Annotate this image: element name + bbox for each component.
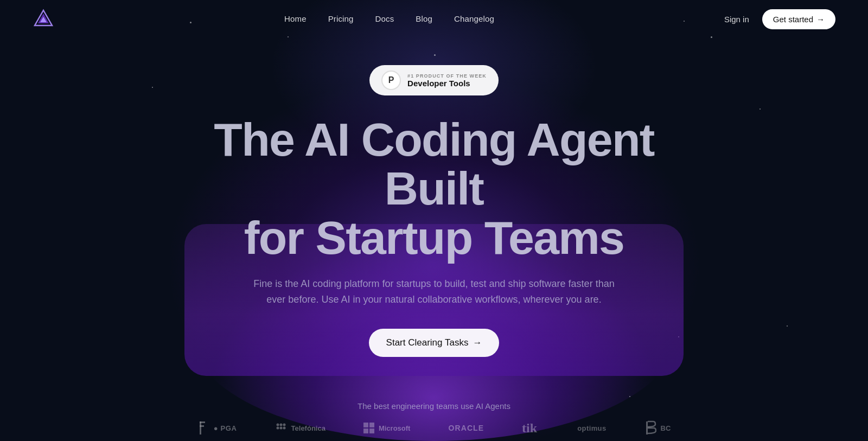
svg-rect-17 — [646, 421, 648, 434]
svg-rect-4 — [200, 421, 205, 423]
badge-eyebrow: #1 PRODUCT OF THE WEEK — [407, 73, 487, 79]
hero-title: The AI Coding Agent Built for Startup Te… — [190, 115, 678, 262]
nav-blog[interactable]: Blog — [416, 14, 432, 23]
logo[interactable] — [33, 8, 54, 30]
cta-label: Start Clearing Tasks — [386, 337, 469, 348]
product-hunt-badge[interactable]: P #1 PRODUCT OF THE WEEK Developer Tools — [369, 65, 499, 95]
svg-rect-14 — [363, 429, 368, 433]
svg-point-6 — [276, 424, 279, 426]
bottom-section: The best engineering teams use AI Agents… — [0, 401, 868, 441]
navbar: Home Pricing Docs Blog Changelog Sign in… — [0, 0, 868, 38]
svg-rect-15 — [369, 429, 374, 433]
logo-optimus: optimus — [577, 424, 606, 432]
logo-telefonica: Telefónica — [275, 422, 326, 434]
svg-rect-12 — [363, 423, 368, 427]
logo-microsoft: Microsoft — [363, 423, 411, 433]
svg-point-7 — [279, 424, 282, 426]
badge-title: Developer Tools — [407, 79, 470, 88]
hero-section: P #1 PRODUCT OF THE WEEK Developer Tools… — [0, 38, 868, 357]
badge-text: #1 PRODUCT OF THE WEEK Developer Tools — [407, 73, 487, 88]
get-started-button[interactable]: Get started → — [762, 9, 835, 29]
logo-bc: BC — [644, 420, 671, 436]
bottom-tagline: The best engineering teams use AI Agents — [0, 401, 868, 411]
svg-rect-13 — [369, 423, 374, 427]
svg-text:tik: tik — [522, 421, 538, 435]
nav-pricing[interactable]: Pricing — [328, 14, 354, 23]
logos-row: ● PGA Telefónica Microsoft — [0, 420, 868, 436]
nav-docs[interactable]: Docs — [375, 14, 394, 23]
logo-tik: tik — [522, 420, 539, 436]
svg-rect-3 — [200, 421, 201, 434]
svg-point-9 — [276, 427, 279, 430]
logo-pga: ● PGA — [197, 420, 237, 436]
arrow-icon: → — [816, 15, 825, 24]
nav-home[interactable]: Home — [284, 14, 307, 23]
hero-subtitle: Fine is the AI coding platform for start… — [244, 276, 624, 308]
cta-arrow-icon: → — [473, 337, 482, 348]
svg-point-11 — [283, 427, 285, 430]
svg-point-8 — [283, 424, 285, 426]
cta-button[interactable]: Start Clearing Tasks → — [369, 329, 500, 357]
svg-point-10 — [279, 427, 282, 430]
ph-icon: P — [381, 71, 401, 90]
nav-changelog[interactable]: Changelog — [454, 14, 494, 23]
logo-oracle: ORACLE — [448, 424, 484, 432]
nav-links: Home Pricing Docs Blog Changelog — [284, 14, 494, 24]
sign-in-button[interactable]: Sign in — [724, 15, 749, 24]
svg-rect-5 — [200, 425, 204, 427]
nav-actions: Sign in Get started → — [724, 9, 835, 29]
